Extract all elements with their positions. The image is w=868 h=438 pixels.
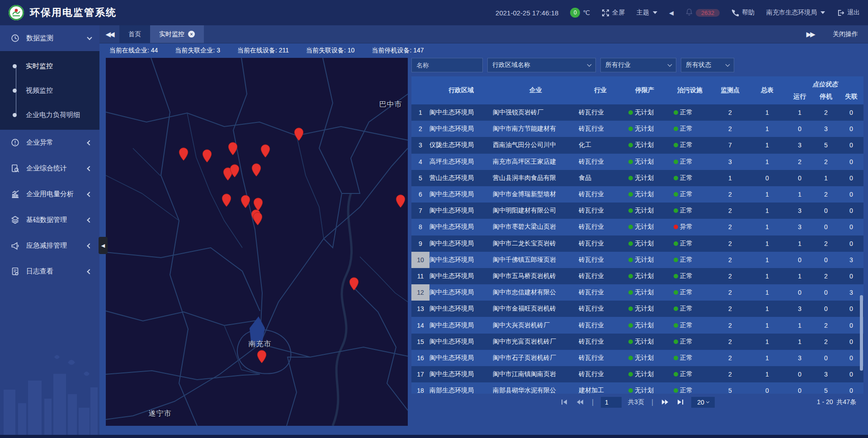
production-status-cell: 无计划 — [622, 223, 667, 231]
map-marker-icon[interactable] — [260, 144, 270, 158]
green-dot-icon — [674, 339, 678, 344]
map-marker-icon[interactable] — [257, 350, 267, 363]
table-scrollbar[interactable] — [860, 295, 863, 370]
map-marker-icon[interactable] — [294, 127, 304, 141]
fullscreen-button[interactable]: 全屏 — [602, 9, 625, 17]
log-view-icon — [11, 267, 20, 276]
green-dot-icon — [674, 323, 678, 328]
green-dot-icon — [674, 290, 678, 295]
row-number-cell: 5 — [411, 170, 429, 186]
pagination-bar: | 共3页 | 20 — [411, 395, 863, 410]
table-row[interactable]: 14阆中生态环境局阆中大兴页岩机砖厂砖瓦行业无计划正常21120 — [411, 317, 863, 333]
green-dot-icon — [674, 241, 678, 246]
facility-status-cell: 正常 — [667, 338, 712, 346]
help-button[interactable]: 帮助 — [731, 9, 755, 17]
table-row[interactable]: 13阆中生态环境局阆中市金福旺页岩机砖砖瓦行业无计划正常21300 — [411, 301, 863, 317]
tabs-scroll-left-button[interactable]: ◀◀ — [99, 25, 119, 43]
table-row[interactable]: 11阆中生态环境局阆中市五马桥页岩机砖砖瓦行业无计划正常21120 — [411, 268, 863, 284]
sidebar-group-power-analysis[interactable]: 企业用电量分析 — [0, 181, 99, 207]
industry-filter-select[interactable]: 所有行业 — [600, 58, 676, 72]
last-page-button[interactable] — [676, 399, 685, 406]
facility-status-cell: 正常 — [667, 174, 712, 182]
map-marker-icon[interactable] — [251, 163, 261, 177]
tab-realtime-monitor[interactable]: 实时监控 ✕ — [150, 25, 204, 43]
map-panel[interactable]: 巴中市南充市遂宁市 — [106, 58, 408, 426]
stopped-count-cell: 2 — [813, 109, 839, 116]
map-marker-icon[interactable] — [349, 277, 359, 291]
sidebar-group-base-data[interactable]: 基础数据管理 — [0, 207, 99, 233]
bullet-icon — [13, 89, 17, 93]
facility-status-cell: 正常 — [667, 108, 712, 117]
industry-cell: 建材加工 — [579, 386, 622, 394]
table-row[interactable]: 2阆中生态环境局阆中市南方节能建材有砖瓦行业无计划正常21030 — [411, 121, 863, 137]
company-cell: 西南油气田分公司川中 — [493, 141, 579, 149]
sidebar-collapse-button[interactable]: ◀ — [99, 237, 108, 254]
logout-button[interactable]: 退出 — [837, 9, 860, 17]
name-filter-input[interactable] — [411, 58, 483, 72]
page-number-input[interactable] — [601, 397, 622, 408]
tab-home[interactable]: 首页 — [119, 25, 150, 43]
notifications-button[interactable]: 2632 — [685, 8, 720, 17]
table-row[interactable]: 1阆中生态环境局阆中强锐页岩砖厂砖瓦行业无计划正常21120 — [411, 104, 863, 121]
sound-toggle-button[interactable]: ◀ — [669, 9, 674, 16]
stopped-count-cell: 1 — [813, 174, 839, 182]
sidebar-item-power-load-detail[interactable]: 企业电力负荷明细 — [0, 103, 99, 127]
map-marker-icon[interactable] — [241, 195, 250, 208]
prev-page-button[interactable] — [576, 399, 585, 406]
facility-status-cell: 正常 — [667, 305, 712, 313]
table-row[interactable]: 18南部生态环境局南部县砌华水泥有限公建材加工无计划正常50050 — [411, 382, 863, 394]
table-row[interactable]: 9阆中生态环境局阆中市二龙长宝页岩砖砖瓦行业无计划正常21120 — [411, 235, 863, 252]
running-count-cell: 1 — [787, 191, 813, 198]
green-dot-icon — [628, 258, 633, 262]
green-dot-icon — [674, 110, 678, 115]
sidebar-group-enterprise-stats[interactable]: 企业综合统计 — [0, 155, 99, 181]
map-marker-icon[interactable] — [228, 142, 238, 155]
sidebar-group-label: 企业综合统计 — [26, 164, 88, 173]
tab-close-icon[interactable]: ✕ — [188, 31, 195, 38]
sidebar-group-log-view[interactable]: 日志查看 — [0, 259, 99, 284]
region-filter-select[interactable]: 行政区域名称 — [487, 58, 596, 72]
sidebar-item-video-monitor[interactable]: 视频监控 — [0, 78, 99, 103]
total-meter-cell: 1 — [748, 125, 787, 132]
sidebar-item-realtime-monitor[interactable]: 实时监控 — [0, 54, 99, 78]
table-row[interactable]: 16阆中生态环境局阆中市石子页岩机砖厂砖瓦行业无计划正常21300 — [411, 350, 863, 366]
tabs-scroll-right-button[interactable]: ▶▶ — [800, 30, 820, 38]
theme-dropdown[interactable]: 主题 — [637, 9, 657, 17]
table-row[interactable]: 15阆中生态环境局阆中市光富页岩机砖厂砖瓦行业无计划正常21120 — [411, 334, 863, 350]
map-marker-icon[interactable] — [230, 164, 240, 178]
status-filter-select[interactable]: 所有状态 — [681, 58, 734, 72]
close-operations-button[interactable]: 关闭操作 — [833, 30, 858, 38]
total-meter-cell: 1 — [748, 371, 787, 378]
industry-cell: 砖瓦行业 — [579, 370, 622, 378]
sidebar-group-label: 应急减排管理 — [26, 241, 88, 250]
first-page-button[interactable] — [560, 399, 569, 406]
sidebar-group-data-monitoring[interactable]: 数据监测 — [0, 25, 99, 51]
monitor-count-cell: 2 — [712, 273, 748, 280]
company-cell: 阆中明阳建材有限公司 — [493, 207, 579, 215]
enterprise-abnormal-icon — [11, 138, 20, 147]
sidebar-group-label: 数据监测 — [26, 34, 88, 42]
table-row[interactable]: 10阆中生态环境局阆中千佛镇五郎垭页岩砖瓦行业无计划正常21003 — [411, 252, 863, 268]
table-row[interactable]: 3仪陇生态环境局西南油气田分公司川中化工无计划正常71350 — [411, 137, 863, 153]
page-size-select[interactable]: 20 — [691, 397, 715, 408]
map-marker-icon[interactable] — [202, 149, 212, 163]
table-row[interactable]: 7阆中生态环境局阆中明阳建材有限公司砖瓦行业无计划正常21300 — [411, 203, 863, 219]
map-marker-icon[interactable] — [253, 212, 263, 226]
table-row[interactable]: 4高坪生态环境局南充市高坪区王家店建砖瓦行业无计划正常31220 — [411, 154, 863, 170]
sidebar-group-emergency-reduction[interactable]: 应急减排管理 — [0, 233, 99, 259]
map-marker-icon[interactable] — [222, 193, 231, 207]
row-number-cell: 12 — [411, 284, 429, 301]
table-row[interactable]: 6阆中生态环境局阆中市金博瑞新型墙材砖瓦行业无计划正常21120 — [411, 186, 863, 203]
facility-status-cell: 正常 — [667, 190, 712, 198]
map-marker-icon[interactable] — [396, 194, 406, 208]
next-page-button[interactable] — [660, 399, 670, 406]
sidebar-group-enterprise-abnormal[interactable]: 企业异常 — [0, 130, 99, 155]
table-row[interactable]: 8阆中生态环境局阆中市枣碧大梁山页岩砖瓦行业无计划异常21300 — [411, 219, 863, 235]
org-dropdown[interactable]: 南充市生态环境局 — [766, 9, 825, 17]
map-marker-icon[interactable] — [179, 147, 189, 161]
table-row[interactable]: 17阆中生态环境局阆中市江南镇阆南页岩砖瓦行业无计划正常21030 — [411, 366, 863, 382]
table-row[interactable]: 5营山生态环境局营山县润丰肉食品有限食品无计划正常10010 — [411, 170, 863, 186]
total-meter-cell: 1 — [748, 338, 787, 345]
table-row[interactable]: 12阆中生态环境局阆中市忠信建材有限公砖瓦行业无计划正常21003 — [411, 284, 863, 301]
lost-count-cell: 0 — [839, 174, 863, 182]
